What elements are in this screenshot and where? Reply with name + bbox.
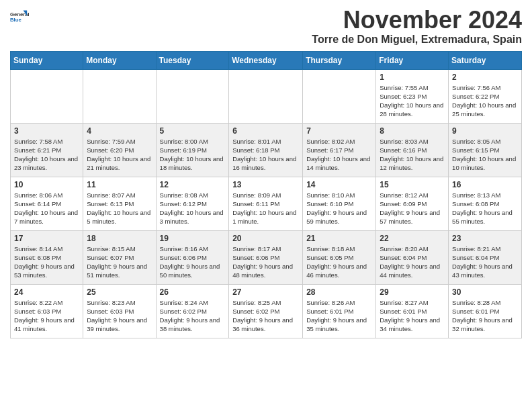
page-container: General Blue November 2024 Torre de Don …	[0, 0, 532, 349]
day-info: Sunrise: 8:08 AM Sunset: 6:12 PM Dayligh…	[160, 191, 226, 226]
day-info: Sunrise: 8:14 AM Sunset: 6:08 PM Dayligh…	[14, 244, 79, 280]
day-info: Sunrise: 8:17 AM Sunset: 6:06 PM Dayligh…	[232, 244, 299, 280]
calendar-cell: 3Sunrise: 7:58 AM Sunset: 6:21 PM Daylig…	[11, 123, 83, 177]
day-info: Sunrise: 8:13 AM Sunset: 6:08 PM Dayligh…	[452, 191, 518, 226]
week-row-4: 17Sunrise: 8:14 AM Sunset: 6:08 PM Dayli…	[11, 230, 522, 284]
calendar-cell: 12Sunrise: 8:08 AM Sunset: 6:12 PM Dayli…	[156, 177, 229, 230]
col-header-monday: Monday	[83, 51, 156, 69]
calendar-cell: 26Sunrise: 8:24 AM Sunset: 6:02 PM Dayli…	[156, 284, 229, 338]
day-info: Sunrise: 8:00 AM Sunset: 6:19 PM Dayligh…	[160, 137, 226, 173]
calendar-cell	[303, 69, 376, 123]
calendar-cell: 2Sunrise: 7:56 AM Sunset: 6:22 PM Daylig…	[449, 69, 522, 123]
day-info: Sunrise: 8:16 AM Sunset: 6:06 PM Dayligh…	[160, 244, 226, 280]
day-info: Sunrise: 8:12 AM Sunset: 6:09 PM Dayligh…	[380, 191, 445, 226]
day-number: 1	[380, 73, 445, 82]
calendar-cell: 28Sunrise: 8:26 AM Sunset: 6:01 PM Dayli…	[303, 284, 376, 338]
day-number: 15	[380, 180, 445, 189]
logo: General Blue	[10, 9, 32, 28]
day-number: 19	[160, 234, 226, 243]
header: General Blue November 2024 Torre de Don …	[10, 7, 522, 46]
calendar-cell: 16Sunrise: 8:13 AM Sunset: 6:08 PM Dayli…	[449, 177, 522, 230]
calendar-cell: 4Sunrise: 7:59 AM Sunset: 6:20 PM Daylig…	[83, 123, 156, 177]
day-number: 4	[87, 126, 152, 136]
calendar-cell: 24Sunrise: 8:22 AM Sunset: 6:03 PM Dayli…	[11, 284, 83, 338]
calendar-cell: 8Sunrise: 8:03 AM Sunset: 6:16 PM Daylig…	[376, 123, 449, 177]
day-info: Sunrise: 8:06 AM Sunset: 6:14 PM Dayligh…	[14, 191, 79, 226]
day-number: 23	[452, 234, 518, 243]
calendar-cell: 11Sunrise: 8:07 AM Sunset: 6:13 PM Dayli…	[83, 177, 156, 230]
day-number: 28	[306, 287, 372, 297]
day-info: Sunrise: 8:25 AM Sunset: 6:02 PM Dayligh…	[232, 298, 299, 334]
calendar-cell	[83, 69, 156, 123]
calendar-cell: 13Sunrise: 8:09 AM Sunset: 6:11 PM Dayli…	[229, 177, 303, 230]
calendar-cell	[11, 69, 83, 123]
day-number: 30	[452, 287, 518, 297]
col-header-thursday: Thursday	[303, 51, 376, 69]
calendar-cell: 27Sunrise: 8:25 AM Sunset: 6:02 PM Dayli…	[229, 284, 303, 338]
day-info: Sunrise: 8:27 AM Sunset: 6:01 PM Dayligh…	[380, 298, 445, 334]
day-number: 21	[306, 234, 372, 243]
calendar-cell: 19Sunrise: 8:16 AM Sunset: 6:06 PM Dayli…	[156, 230, 229, 284]
day-info: Sunrise: 8:21 AM Sunset: 6:04 PM Dayligh…	[452, 244, 518, 280]
calendar-cell: 7Sunrise: 8:02 AM Sunset: 6:17 PM Daylig…	[303, 123, 376, 177]
day-info: Sunrise: 8:07 AM Sunset: 6:13 PM Dayligh…	[87, 191, 152, 226]
week-row-2: 3Sunrise: 7:58 AM Sunset: 6:21 PM Daylig…	[11, 123, 522, 177]
day-number: 3	[14, 126, 79, 136]
calendar-cell	[156, 69, 229, 123]
day-info: Sunrise: 8:23 AM Sunset: 6:03 PM Dayligh…	[87, 298, 152, 334]
day-number: 7	[306, 126, 372, 136]
day-info: Sunrise: 8:10 AM Sunset: 6:10 PM Dayligh…	[306, 191, 372, 226]
calendar-cell: 23Sunrise: 8:21 AM Sunset: 6:04 PM Dayli…	[449, 230, 522, 284]
week-row-3: 10Sunrise: 8:06 AM Sunset: 6:14 PM Dayli…	[11, 177, 522, 230]
calendar-cell: 29Sunrise: 8:27 AM Sunset: 6:01 PM Dayli…	[376, 284, 449, 338]
day-info: Sunrise: 8:18 AM Sunset: 6:05 PM Dayligh…	[306, 244, 372, 280]
calendar-cell: 20Sunrise: 8:17 AM Sunset: 6:06 PM Dayli…	[229, 230, 303, 284]
day-info: Sunrise: 7:55 AM Sunset: 6:23 PM Dayligh…	[380, 83, 445, 119]
location: Torre de Don Miguel, Extremadura, Spain	[312, 34, 522, 46]
day-number: 11	[87, 180, 152, 189]
day-number: 9	[452, 126, 518, 136]
calendar-cell	[229, 69, 303, 123]
day-number: 8	[380, 126, 445, 136]
calendar-cell: 25Sunrise: 8:23 AM Sunset: 6:03 PM Dayli…	[83, 284, 156, 338]
day-info: Sunrise: 8:02 AM Sunset: 6:17 PM Dayligh…	[306, 137, 372, 173]
calendar-cell: 6Sunrise: 8:01 AM Sunset: 6:18 PM Daylig…	[229, 123, 303, 177]
day-info: Sunrise: 8:22 AM Sunset: 6:03 PM Dayligh…	[14, 298, 79, 334]
calendar-cell: 21Sunrise: 8:18 AM Sunset: 6:05 PM Dayli…	[303, 230, 376, 284]
day-number: 13	[232, 180, 299, 189]
calendar-cell: 1Sunrise: 7:55 AM Sunset: 6:23 PM Daylig…	[376, 69, 449, 123]
calendar-header-row: SundayMondayTuesdayWednesdayThursdayFrid…	[11, 51, 522, 69]
day-number: 25	[87, 287, 152, 297]
title-section: November 2024 Torre de Don Miguel, Extre…	[312, 7, 522, 46]
day-number: 29	[380, 287, 445, 297]
day-info: Sunrise: 8:15 AM Sunset: 6:07 PM Dayligh…	[87, 244, 152, 280]
calendar-table: SundayMondayTuesdayWednesdayThursdayFrid…	[10, 51, 522, 338]
logo-icon: General Blue	[10, 9, 29, 28]
day-info: Sunrise: 8:09 AM Sunset: 6:11 PM Dayligh…	[232, 191, 299, 226]
calendar-cell: 10Sunrise: 8:06 AM Sunset: 6:14 PM Dayli…	[11, 177, 83, 230]
col-header-friday: Friday	[376, 51, 449, 69]
calendar-cell: 14Sunrise: 8:10 AM Sunset: 6:10 PM Dayli…	[303, 177, 376, 230]
day-number: 18	[87, 234, 152, 243]
day-info: Sunrise: 8:28 AM Sunset: 6:01 PM Dayligh…	[452, 298, 518, 334]
day-info: Sunrise: 8:24 AM Sunset: 6:02 PM Dayligh…	[160, 298, 226, 334]
day-number: 22	[380, 234, 445, 243]
col-header-wednesday: Wednesday	[229, 51, 303, 69]
day-number: 26	[160, 287, 226, 297]
week-row-5: 24Sunrise: 8:22 AM Sunset: 6:03 PM Dayli…	[11, 284, 522, 338]
calendar-cell: 22Sunrise: 8:20 AM Sunset: 6:04 PM Dayli…	[376, 230, 449, 284]
day-info: Sunrise: 7:58 AM Sunset: 6:21 PM Dayligh…	[14, 137, 79, 173]
calendar-cell: 18Sunrise: 8:15 AM Sunset: 6:07 PM Dayli…	[83, 230, 156, 284]
day-number: 16	[452, 180, 518, 189]
day-info: Sunrise: 8:03 AM Sunset: 6:16 PM Dayligh…	[380, 137, 445, 173]
day-number: 27	[232, 287, 299, 297]
day-number: 2	[452, 73, 518, 82]
calendar-cell: 30Sunrise: 8:28 AM Sunset: 6:01 PM Dayli…	[449, 284, 522, 338]
week-row-1: 1Sunrise: 7:55 AM Sunset: 6:23 PM Daylig…	[11, 69, 522, 123]
day-info: Sunrise: 8:05 AM Sunset: 6:15 PM Dayligh…	[452, 137, 518, 173]
day-number: 24	[14, 287, 79, 297]
day-info: Sunrise: 8:20 AM Sunset: 6:04 PM Dayligh…	[380, 244, 445, 280]
day-info: Sunrise: 7:56 AM Sunset: 6:22 PM Dayligh…	[452, 83, 518, 119]
calendar-cell: 9Sunrise: 8:05 AM Sunset: 6:15 PM Daylig…	[449, 123, 522, 177]
svg-text:Blue: Blue	[10, 17, 21, 23]
